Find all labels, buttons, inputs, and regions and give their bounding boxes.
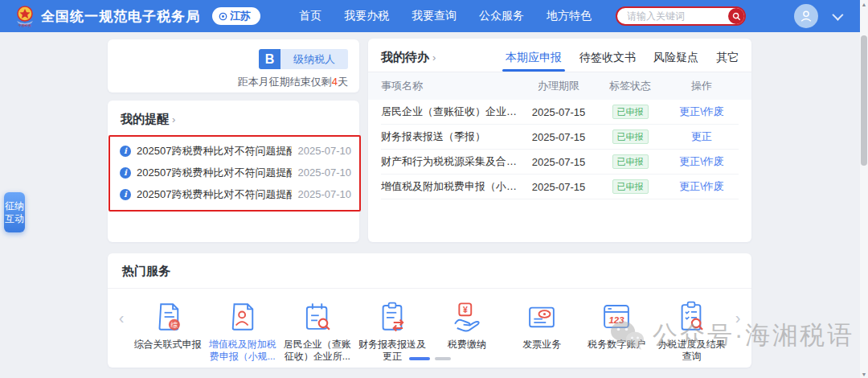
action-link-correct[interactable]: 更正 (665, 129, 739, 144)
taxpayer-grade-label: 级纳税人 (280, 49, 348, 69)
todo-title-row[interactable]: 我的待办 › (381, 50, 436, 72)
table-row: 居民企业（查账征收）企业所得税月（... 2025-07-15 已申报 更正\作… (381, 100, 739, 125)
hand-yuan-icon: ¥ (450, 300, 484, 334)
countdown-suffix: 天 (338, 76, 348, 88)
reminders-more-chevron-icon[interactable]: › (172, 113, 175, 125)
my-todo-card: 我的待办 › 本期应申报 待签收文书 风险疑点 其它 事项名称 办理期限 标签状… (368, 39, 751, 242)
service-vat-filing[interactable]: 增值税及附加税费申报（小规... (205, 300, 280, 363)
tab-documents-to-sign[interactable]: 待签收文书 (579, 51, 636, 72)
main-nav: 首页 我要办税 我要查询 公众服务 地方特色 (299, 9, 592, 23)
location-label: 江苏 (230, 9, 251, 23)
col-item-name: 事项名称 (381, 79, 522, 93)
tab-other[interactable]: 其它 (716, 51, 739, 72)
service-label: 发票业务 (522, 339, 561, 351)
todo-deadline: 2025-07-15 (522, 181, 596, 193)
scroll-down-icon[interactable]: ▼ (860, 370, 868, 378)
nav-item-home[interactable]: 首页 (299, 9, 321, 23)
scroll-up-icon[interactable]: ▲ (860, 0, 868, 8)
service-comprehensive-filing[interactable]: 综 综合关联式申报 (130, 300, 205, 363)
invoice-eye-icon (525, 300, 559, 334)
info-icon: i (120, 189, 131, 200)
nav-item-public-service[interactable]: 公众服务 (479, 9, 524, 23)
info-icon: i (120, 146, 131, 157)
service-financial-report[interactable]: 财务报表报送及更正 (354, 300, 429, 363)
svg-text:123: 123 (609, 315, 625, 325)
todo-item-name: 财产和行为税税源采集及合并申报 (381, 154, 522, 169)
status-badge: 已申报 (612, 154, 649, 169)
doc-badge-icon: 综 (151, 300, 185, 334)
interaction-side-tab[interactable]: 征纳互动 (4, 192, 25, 232)
search-button[interactable] (728, 8, 744, 24)
todo-more-chevron-icon[interactable]: › (432, 51, 436, 64)
user-avatar[interactable] (794, 4, 818, 28)
svg-text:¥: ¥ (463, 305, 468, 314)
tab-current-filing[interactable]: 本期应申报 (506, 51, 562, 72)
scrollbar-thumb[interactable] (861, 35, 867, 166)
todo-item-name: 增值税及附加税费申报（小规模纳税人） (381, 179, 522, 194)
tab-risk-points[interactable]: 风险疑点 (653, 51, 698, 72)
action-link-correct-void[interactable]: 更正\作废 (665, 179, 739, 194)
reminder-text: 202507跨税费种比对不符问题提醒20... (137, 187, 292, 202)
service-label: 税费缴纳 (448, 339, 486, 351)
hot-services-title: 热门服务 (122, 264, 170, 279)
nav-item-tax-handling[interactable]: 我要办税 (344, 9, 389, 23)
todo-tabs: 本期应申报 待签收文书 风险疑点 其它 (506, 51, 739, 72)
taxpayer-grade-badge: B (259, 49, 280, 69)
reminders-title-row[interactable]: 我的提醒 › (108, 112, 359, 127)
todo-deadline: 2025-07-15 (522, 106, 596, 118)
status-badge: 已申报 (612, 179, 649, 194)
service-resident-enterprise-income-tax[interactable]: 居民企业（查账征收）企业所... (280, 300, 354, 363)
reminders-highlight-box: i 202507跨税费种比对不符问题提醒20... 2025-07-10 i 2… (108, 135, 361, 212)
doc-person-icon (226, 300, 260, 334)
page-dot-active[interactable] (409, 357, 430, 360)
my-reminders-card: 我的提醒 › i 202507跨税费种比对不符问题提醒20... 2025-07… (108, 101, 359, 242)
location-selector[interactable]: 江苏 (212, 7, 260, 25)
chevron-down-icon[interactable] (832, 10, 843, 21)
col-status: 标签状态 (596, 79, 665, 93)
action-link-correct-void[interactable]: 更正\作废 (665, 105, 739, 119)
countdown-days: 4 (332, 76, 338, 88)
todo-table: 事项名称 办理期限 标签状态 操作 居民企业（查账征收）企业所得税月（... 2… (381, 72, 739, 199)
service-progress-result-query[interactable]: 办税进度及结果查询 (654, 300, 729, 363)
page-dot[interactable] (435, 357, 451, 360)
search-box (616, 6, 746, 26)
action-link-correct-void[interactable]: 更正\作废 (665, 154, 739, 169)
nav-item-inquiry[interactable]: 我要查询 (411, 9, 457, 23)
status-badge: 已申报 (612, 129, 649, 144)
search-icon (732, 12, 741, 21)
todo-title: 我的待办 (381, 50, 429, 65)
table-row: 财务报表报送（季报） 2025-07-15 已申报 更正 (381, 125, 739, 150)
tax-bureau-emblem-icon: 中国税务 (14, 5, 35, 27)
reminder-text: 202507跨税费种比对不符问题提醒20... (137, 144, 292, 158)
service-digital-tax-account[interactable]: 123 税务数字账户 (579, 300, 654, 363)
brand: 中国税务 全国统一规范电子税务局 江苏 (14, 5, 260, 27)
countdown-prefix: 距本月征期结束仅剩 (238, 76, 332, 88)
reminder-text: 202507跨税费种比对不符问题提醒20... (137, 166, 292, 180)
filing-period-countdown: 距本月征期结束仅剩4天 (119, 75, 348, 89)
svg-text:中国税务: 中国税务 (18, 23, 31, 27)
carousel-next-icon[interactable]: › (729, 300, 747, 335)
reminders-title: 我的提醒 (121, 112, 169, 127)
nav-item-local-feature[interactable]: 地方特色 (547, 9, 592, 23)
service-invoice-business[interactable]: 发票业务 (505, 300, 579, 363)
user-icon (799, 9, 813, 23)
reminder-date: 2025-07-10 (298, 188, 352, 200)
reminder-item[interactable]: i 202507跨税费种比对不符问题提醒20... 2025-07-10 (120, 140, 351, 162)
user-area (794, 4, 841, 28)
hot-services-list: 综 综合关联式申报 增值税及附加税费申报（小规... (130, 300, 729, 363)
search-input[interactable] (616, 6, 746, 26)
site-title: 全国统一规范电子税务局 (41, 7, 200, 26)
vertical-scrollbar[interactable]: ▲ ▼ (860, 0, 868, 378)
todo-deadline: 2025-07-15 (522, 131, 596, 143)
carousel-prev-icon[interactable]: ‹ (113, 300, 130, 335)
hot-services-card: 热门服务 ‹ 综 综合关联式申报 (108, 253, 751, 368)
service-label: 税务数字账户 (588, 339, 645, 351)
reminder-date: 2025-07-10 (298, 166, 352, 179)
calendar-search-icon (301, 300, 334, 334)
svg-text:综: 综 (170, 321, 178, 329)
service-tax-payment[interactable]: ¥ 税费缴纳 (430, 300, 505, 363)
reminder-item[interactable]: i 202507跨税费种比对不符问题提醒20... 2025-07-10 (120, 162, 351, 183)
carousel-pagination (108, 357, 751, 360)
reminder-item[interactable]: i 202507跨税费种比对不符问题提醒20... 2025-07-10 (120, 183, 351, 205)
reminder-date: 2025-07-10 (298, 145, 352, 157)
